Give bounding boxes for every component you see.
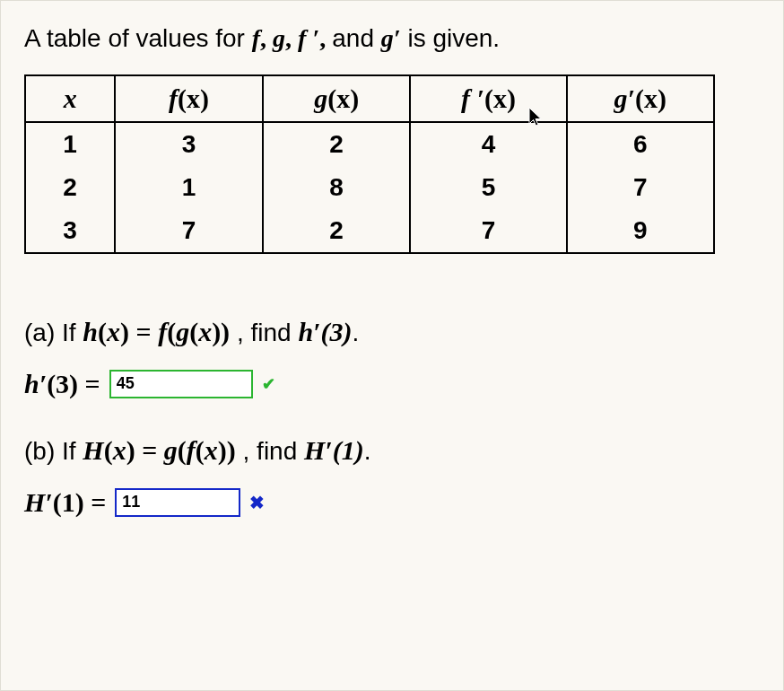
answer-a-line: h′(3) = 45 ✔ [24,369,760,399]
cell-fp: 4 [410,122,566,166]
cell-fp: 7 [410,209,566,253]
qb-label: (b) If [24,437,83,465]
intro-post: is given. [407,24,500,52]
answer-a-label: h′(3) = [24,369,100,399]
cell-f: 3 [115,122,263,166]
answer-b-label: H′(1) = [24,487,106,518]
qa-target: h′(3) [298,317,352,346]
hdr-x: x [25,75,115,122]
cell-gp: 9 [567,209,714,253]
qa-def: h(x) = f(g(x)) [83,317,230,346]
table-row: 1 3 2 4 6 [25,122,714,166]
cell-g: 2 [263,209,411,253]
cross-icon: ✖ [249,492,265,513]
answer-a-input[interactable]: 45 [109,370,253,398]
cell-g: 2 [263,122,411,166]
intro-mid: and [332,24,381,52]
qa-find: , find [237,319,298,346]
table-row: 3 7 2 7 9 [25,209,714,253]
qb-target: H′(1) [304,435,364,465]
hdr-gpx: g′(x) [567,75,714,122]
cell-f: 1 [115,166,263,209]
intro-pre: A table of values for [24,24,252,52]
answer-b-input[interactable]: 11 [115,488,240,517]
cell-g: 8 [263,166,411,209]
cell-f: 7 [115,209,263,253]
qb-find: , find [243,437,304,465]
hdr-fx: f(x) [115,75,263,122]
hdr-fpx: f ′(x) [410,75,566,122]
cell-x: 3 [25,209,115,253]
qb-def: H(x) = g(f(x)) [83,435,235,465]
hdr-gx: g(x) [263,75,411,122]
values-table: x f(x) g(x) f ′(x) g′(x) 1 3 2 4 6 2 1 8… [24,74,715,254]
fn-f: f [252,24,260,52]
fn-fp: f ′ [298,24,319,52]
intro-text: A table of values for f, g, f ′, and g′ … [24,22,760,55]
cell-gp: 7 [567,166,714,209]
fn-gp: g′ [381,24,401,52]
cell-fp: 5 [410,166,566,209]
cell-gp: 6 [567,122,714,166]
cell-x: 2 [25,166,115,209]
qa-label: (a) If [24,319,83,346]
table-row: 2 1 8 5 7 [25,166,714,209]
table-header-row: x f(x) g(x) f ′(x) g′(x) [25,75,714,122]
fn-g: g [273,24,285,52]
check-icon: ✔ [262,374,275,394]
answer-b-line: H′(1) = 11 ✖ [24,487,760,518]
cell-x: 1 [25,122,115,166]
question-b: (b) If H(x) = g(f(x)) , find H′(1). [24,435,760,466]
question-a: (a) If h(x) = f(g(x)) , find h′(3). [24,317,760,347]
